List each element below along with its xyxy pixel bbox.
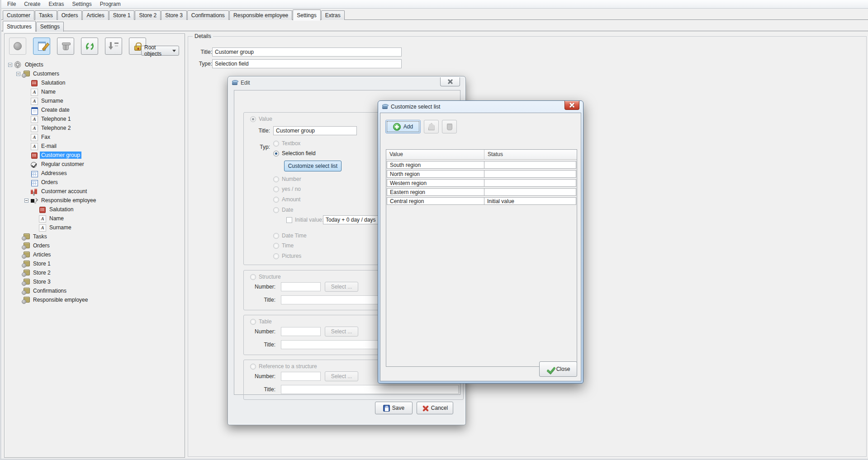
main-tab[interactable]: Settings [293,9,320,20]
sort-button[interactable] [105,38,122,55]
tree-item[interactable]: E-mail [5,142,185,151]
expander-icon[interactable] [16,72,20,76]
menu-item[interactable]: Extras [44,0,68,8]
refresh-button[interactable] [81,38,98,55]
tree-item[interactable]: Surname [5,96,185,105]
main-tab[interactable]: Responsible employee [229,10,292,20]
table-row[interactable]: South region [387,161,576,169]
section-number-input[interactable] [281,372,321,381]
radio-option-amount[interactable]: Amount [273,196,300,203]
status-cell [484,180,576,186]
radio-option-yes-no[interactable]: yes / no [273,185,301,193]
menu-item[interactable]: Settings [68,0,95,8]
table-row[interactable]: North region [387,170,576,178]
tree-item[interactable]: Salutation [5,78,185,87]
edit-value-button [424,120,439,133]
tree-item[interactable]: Create date [5,105,185,114]
tree-item[interactable]: Customer group [5,151,185,160]
radio-icon [273,186,279,192]
menu-item[interactable]: File [3,0,20,8]
tree-item[interactable]: Salutation [5,205,185,214]
table-row[interactable]: Western region [387,179,576,187]
close-button[interactable] [440,77,460,86]
section-select-button[interactable]: Select ... [325,371,358,381]
radio-option-selection-field[interactable]: Selection field [273,150,316,157]
tree-node-label: Name [40,88,57,95]
table-rows: South region North region Western region… [386,161,577,205]
expander-icon[interactable] [8,63,12,67]
tree-item[interactable]: Regular customer [5,160,185,169]
tree-item[interactable]: Objects [5,60,185,69]
tree-item[interactable]: Store 2 [5,268,185,277]
details-title-input[interactable]: Customer group [212,47,402,57]
main-tab[interactable]: Store 1 [109,10,135,20]
close-window-button[interactable] [564,101,579,110]
radio-option-textbox[interactable]: Textbox [273,140,300,147]
tree-item[interactable]: Custormer account [5,187,185,196]
tree-item[interactable]: Responsible employee [5,196,185,205]
section-radio-option[interactable]: Table [250,318,272,325]
section-radio-option[interactable]: Reference to a structure [250,363,317,370]
delete-button[interactable] [57,38,74,55]
root-objects-dropdown[interactable]: Root objects [141,46,179,56]
menu-item[interactable]: Create [20,0,44,8]
tree-node-icon [30,116,38,123]
tree-item[interactable]: Name [5,214,185,223]
section-radio-option[interactable]: Structure [250,273,281,280]
tree-item[interactable]: Orders [5,241,185,250]
edit-title-input[interactable]: Customer group [273,126,357,135]
tree-item[interactable]: Customers [5,69,185,78]
radio-option-number[interactable]: Number [273,175,301,183]
tree-item[interactable]: Confirmations [5,286,185,295]
section-number-input[interactable] [281,282,321,291]
main-tab[interactable]: Confirmations [187,10,229,20]
main-tab[interactable]: Store 2 [135,10,161,20]
menu-item[interactable]: Program [96,0,125,8]
tree-node-icon [30,152,38,159]
tree-item[interactable]: Addresses [5,169,185,178]
sub-tab[interactable]: Structures [3,21,36,32]
section-select-button[interactable]: Select ... [325,327,358,337]
section-select-button[interactable]: Select ... [325,282,358,292]
radio-icon [250,319,256,325]
radio-label: Date [282,207,293,213]
tree-item[interactable]: Telephone 2 [5,123,185,133]
main-tab[interactable]: Extras [321,10,345,20]
tree-item[interactable]: Orders [5,178,185,187]
main-tab[interactable]: Tasks [35,10,57,20]
add-button[interactable]: Add [385,120,421,133]
details-type-label: Type: [192,61,212,67]
main-tab[interactable]: Store 3 [161,10,187,20]
customize-select-list-button[interactable]: Customize select list [284,161,342,171]
value-radio-option[interactable]: Value [250,115,272,123]
details-type-input[interactable]: Selection field [212,59,402,68]
section-title-input[interactable] [281,385,459,394]
initial-value-checkbox[interactable] [286,217,292,223]
close-button[interactable]: Close [539,361,577,377]
tree-item[interactable]: Telephone 1 [5,114,185,123]
radio-option-date-time[interactable]: Date Time [273,232,307,239]
radio-option-pictures[interactable]: Pictures [273,252,301,260]
main-tab[interactable]: Customer [3,10,34,20]
tree-item[interactable]: Responsible employee [5,295,185,304]
tree-item[interactable]: Store 1 [5,259,185,268]
chevron-down-icon [172,50,176,52]
radio-option-time[interactable]: Time [273,242,294,249]
expander-icon[interactable] [24,199,28,203]
save-button[interactable]: Save [375,402,413,414]
tree-item[interactable]: Articles [5,250,185,259]
main-tab[interactable]: Orders [57,10,82,20]
edit-button[interactable] [33,38,50,55]
cancel-button[interactable]: Cancel [417,402,453,414]
section-number-input[interactable] [281,327,321,336]
tree-item[interactable]: Fax [5,133,185,142]
tree-item[interactable]: Surname [5,223,185,232]
tree-item[interactable]: Tasks [5,232,185,241]
table-row[interactable]: Eastern region [387,188,576,196]
tree-item[interactable]: Name [5,87,185,96]
radio-option-date[interactable]: Date [273,206,293,213]
table-row[interactable]: Central region Initial value [387,197,576,205]
sub-tab[interactable]: Settings [36,22,64,32]
main-tab[interactable]: Articles [82,10,108,20]
tree-item[interactable]: Store 3 [5,277,185,286]
